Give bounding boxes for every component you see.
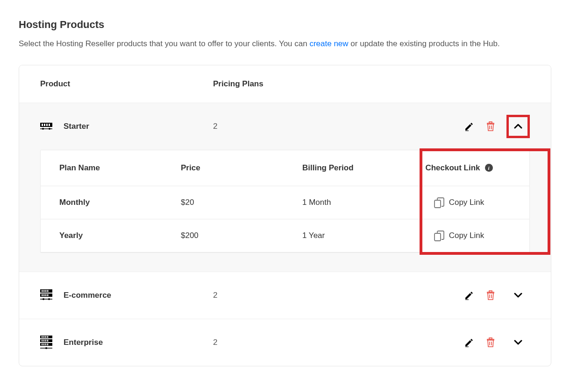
delete-button[interactable] (485, 121, 496, 132)
plan-price: $200 (181, 231, 302, 240)
svg-rect-46 (45, 343, 46, 345)
svg-rect-23 (45, 294, 47, 296)
desc-pre: Select the Hosting Reseller products tha… (19, 39, 309, 48)
create-new-link[interactable]: create new (309, 39, 348, 48)
expand-toggle[interactable] (506, 331, 530, 354)
info-icon[interactable]: i (485, 164, 493, 172)
copy-link-button[interactable]: Copy Link (407, 197, 511, 208)
plan-row-monthly: Monthly $20 1 Month Copy Link (41, 186, 529, 219)
svg-rect-39 (42, 340, 43, 342)
expand-toggle[interactable] (506, 284, 530, 307)
product-name: E-commerce (64, 291, 111, 300)
svg-rect-10 (489, 122, 492, 123)
svg-rect-36 (45, 336, 46, 338)
plan-name: Monthly (59, 198, 181, 207)
svg-rect-13 (435, 200, 441, 208)
svg-rect-44 (42, 343, 43, 345)
svg-rect-45 (43, 343, 44, 345)
plan-billing: 1 Month (302, 198, 407, 207)
copy-icon (434, 197, 443, 208)
product-name: Starter (64, 122, 89, 131)
desc-post: or update the existing products in the H… (349, 39, 500, 48)
plan-row-yearly: Yearly $200 1 Year Copy Link (41, 219, 529, 252)
edit-button[interactable] (463, 121, 475, 132)
header-product: Product (40, 79, 213, 89)
svg-rect-16 (42, 290, 43, 292)
svg-rect-50 (465, 346, 469, 347)
svg-rect-3 (46, 124, 48, 126)
product-row-starter: Starter 2 (19, 103, 551, 150)
svg-rect-28 (465, 299, 469, 300)
svg-rect-8 (465, 130, 469, 131)
plan-billing: 1 Year (302, 231, 407, 240)
edit-button[interactable] (463, 337, 475, 348)
page-title: Hosting Products (19, 19, 551, 31)
copy-link-label: Copy Link (449, 198, 484, 207)
plan-price: $20 (181, 198, 302, 207)
svg-rect-22 (43, 294, 45, 296)
products-card: Product Pricing Plans Starter 2 (19, 65, 551, 366)
svg-rect-40 (43, 340, 44, 342)
server-icon (40, 121, 52, 132)
svg-rect-37 (47, 336, 48, 338)
plan-count: 2 (213, 291, 414, 300)
copy-link-label: Copy Link (449, 231, 484, 240)
copy-link-button[interactable]: Copy Link (407, 231, 511, 241)
svg-rect-1 (42, 124, 43, 126)
svg-rect-47 (47, 343, 48, 345)
header-price: Price (181, 163, 302, 173)
header-plan-name: Plan Name (59, 163, 181, 173)
copy-icon (434, 231, 443, 241)
svg-rect-17 (43, 290, 45, 292)
svg-rect-4 (49, 124, 50, 126)
plan-count: 2 (213, 122, 414, 131)
svg-rect-14 (435, 233, 441, 241)
header-billing: Billing Period (302, 163, 407, 173)
collapse-toggle[interactable] (506, 115, 530, 138)
plans-header: Plan Name Price Billing Period Checkout … (41, 150, 529, 186)
svg-rect-42 (47, 340, 48, 342)
svg-rect-19 (47, 290, 49, 292)
header-checkout: Checkout Link (425, 163, 480, 173)
svg-rect-35 (43, 336, 44, 338)
page-description: Select the Hosting Reseller products tha… (19, 37, 551, 51)
svg-rect-30 (489, 291, 492, 292)
plan-name: Yearly (59, 231, 181, 240)
server-stack-icon (40, 337, 52, 348)
product-row-ecommerce: E-commerce 2 (19, 272, 551, 319)
table-header: Product Pricing Plans (19, 65, 551, 103)
plan-count: 2 (213, 338, 414, 347)
server-rack-icon (40, 290, 52, 301)
expanded-panel: Plan Name Price Billing Period Checkout … (19, 150, 551, 272)
svg-rect-2 (44, 124, 45, 126)
delete-button[interactable] (485, 337, 496, 348)
delete-button[interactable] (485, 290, 496, 301)
svg-rect-52 (489, 338, 492, 339)
plans-table: Plan Name Price Billing Period Checkout … (40, 150, 530, 253)
header-plans: Pricing Plans (213, 79, 530, 89)
svg-rect-41 (45, 340, 46, 342)
svg-rect-34 (42, 336, 43, 338)
product-row-enterprise: Enterprise 2 (19, 319, 551, 366)
edit-button[interactable] (463, 290, 475, 301)
svg-rect-21 (42, 294, 43, 296)
svg-rect-18 (45, 290, 47, 292)
product-name: Enterprise (64, 338, 103, 347)
svg-rect-24 (47, 294, 49, 296)
